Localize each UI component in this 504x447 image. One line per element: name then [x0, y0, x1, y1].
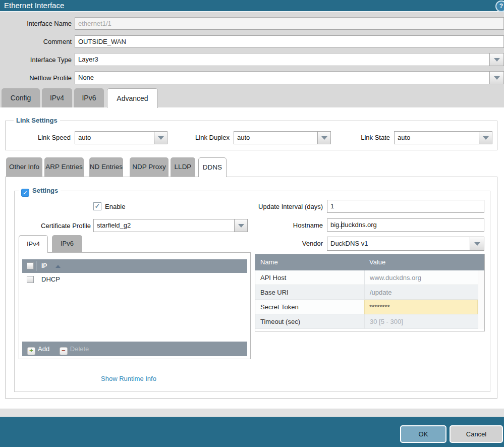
comment-field[interactable]: OUTSIDE_WAN: [75, 35, 504, 48]
vendor-label: Vendor: [222, 237, 323, 250]
tab-ip-ipv6[interactable]: IPv6: [52, 235, 82, 252]
delete-icon: −: [60, 347, 68, 355]
ip-table-body: DHCP: [22, 273, 247, 342]
link-duplex-dropdown-button[interactable]: [318, 131, 331, 144]
table-row[interactable]: Base URI /update: [255, 285, 484, 300]
tab-ddns[interactable]: DDNS: [198, 157, 227, 177]
vendor-config-header: Name Value: [255, 254, 484, 270]
link-speed-dropdown-button[interactable]: [154, 131, 167, 144]
value-cell-highlighted[interactable]: ********: [364, 300, 478, 314]
hostname-label: Hostname: [222, 219, 323, 232]
link-duplex-select[interactable]: auto: [234, 131, 318, 144]
enable-checkbox[interactable]: ✓: [93, 202, 101, 210]
name-cell: Timeout (sec): [255, 314, 364, 329]
select-all-checkbox[interactable]: [27, 262, 34, 269]
comment-label: Comment: [0, 35, 72, 48]
vendor-dropdown-button[interactable]: [470, 237, 484, 251]
chevron-down-icon: [494, 76, 500, 80]
certificate-profile-select[interactable]: starfield_g2: [93, 219, 235, 232]
chevron-down-icon: [474, 242, 480, 246]
update-interval-label: Update Interval (days): [222, 200, 323, 213]
table-row[interactable]: Secret Token ********: [255, 300, 484, 314]
column-divider: [36, 261, 37, 271]
link-duplex-label: Link Duplex: [179, 131, 230, 144]
ok-button[interactable]: OK: [400, 425, 446, 443]
text-cursor: [341, 221, 342, 229]
link-state-dropdown-button[interactable]: [479, 131, 492, 144]
link-state-select[interactable]: auto: [394, 131, 479, 144]
tab-arp-entries[interactable]: ARP Entries: [44, 157, 84, 177]
update-interval-field[interactable]: 1: [327, 200, 484, 213]
tab-lldp[interactable]: LLDP: [171, 157, 195, 177]
link-state-label: Link State: [330, 131, 390, 144]
tab-config[interactable]: Config: [2, 88, 40, 107]
value-cell[interactable]: www.duckdns.org: [364, 270, 478, 285]
chevron-down-icon: [321, 136, 327, 140]
interface-name-label: Interface Name: [0, 17, 72, 30]
dialog-footerbar: OK Cancel: [0, 417, 504, 447]
row-checkbox[interactable]: [27, 276, 34, 283]
tab-ip-ipv4[interactable]: IPv4: [19, 235, 48, 253]
tab-other-info[interactable]: Other Info: [6, 157, 42, 177]
ip-table-panel: IP DHCP +Add −Delete: [19, 252, 251, 359]
name-cell: Base URI: [255, 285, 364, 300]
ip-table-footer: +Add −Delete: [22, 342, 247, 356]
interface-type-label: Interface Type: [0, 53, 72, 66]
table-row[interactable]: Timeout (sec) 30 [5 - 300]: [255, 314, 484, 329]
ethernet-interface-dialog: Ethernet Interface ? Interface Name ethe…: [0, 0, 504, 447]
chevron-down-icon: [483, 136, 489, 140]
add-button[interactable]: +Add: [27, 345, 49, 353]
show-runtime-info-link[interactable]: Show Runtime Info: [91, 375, 166, 382]
delete-button[interactable]: −Delete: [60, 345, 89, 353]
netflow-profile-select[interactable]: None: [75, 71, 490, 84]
add-icon: +: [27, 347, 35, 355]
dialog-title: Ethernet Interface: [4, 1, 64, 10]
name-cell: Secret Token: [255, 300, 364, 314]
link-speed-label: Link Speed: [10, 131, 71, 144]
enable-label: Enable: [105, 200, 140, 213]
sort-ascending-icon[interactable]: [55, 265, 61, 268]
link-settings-legend: Link Settings: [14, 117, 60, 124]
netflow-profile-dropdown-button[interactable]: [490, 71, 504, 84]
hostname-field[interactable]: big.duckdns.org: [327, 218, 484, 232]
hostname-value: big.duckdns.org: [330, 221, 377, 229]
ip-table-header: IP: [22, 259, 247, 273]
table-row[interactable]: DHCP: [22, 273, 247, 286]
netflow-profile-label: Netflow Profile: [0, 72, 72, 84]
table-row[interactable]: API Host www.duckdns.org: [255, 270, 484, 285]
scrollbar-track[interactable]: [478, 270, 484, 329]
tab-ndp-proxy[interactable]: NDP Proxy: [130, 157, 169, 177]
ip-cell: DHCP: [41, 273, 60, 286]
tab-nd-entries[interactable]: ND Entries: [89, 157, 123, 177]
vendor-select[interactable]: DuckDNS v1: [327, 237, 470, 251]
cancel-button[interactable]: Cancel: [450, 425, 503, 443]
value-cell[interactable]: /update: [364, 285, 478, 300]
dialog-bottom-spacer: [0, 409, 504, 417]
settings-legend: Settings: [32, 187, 58, 194]
certificate-profile-label: Certificate Profile: [10, 219, 91, 232]
tab-advanced[interactable]: Advanced: [107, 88, 158, 108]
chevron-down-icon: [158, 136, 164, 140]
ip-column-header[interactable]: IP: [41, 259, 47, 273]
tab-ipv6[interactable]: IPv6: [74, 88, 104, 107]
interface-name-field: ethernet1/1: [75, 17, 504, 30]
link-speed-select[interactable]: auto: [75, 131, 154, 144]
interface-type-dropdown-button[interactable]: [490, 53, 504, 66]
help-icon[interactable]: ?: [495, 1, 504, 12]
chevron-down-icon: [494, 58, 500, 62]
dialog-titlebar: Ethernet Interface ?: [0, 0, 504, 12]
tab-ipv4[interactable]: IPv4: [42, 88, 72, 107]
name-cell: API Host: [255, 270, 364, 285]
value-cell[interactable]: 30 [5 - 300]: [364, 314, 478, 329]
name-column-header[interactable]: Name: [255, 254, 364, 269]
interface-type-select[interactable]: Layer3: [75, 53, 490, 66]
vendor-config-table: Name Value API Host www.duckdns.org Base…: [255, 254, 485, 331]
value-column-header[interactable]: Value: [364, 254, 484, 269]
settings-checkbox[interactable]: ✓: [21, 189, 29, 197]
